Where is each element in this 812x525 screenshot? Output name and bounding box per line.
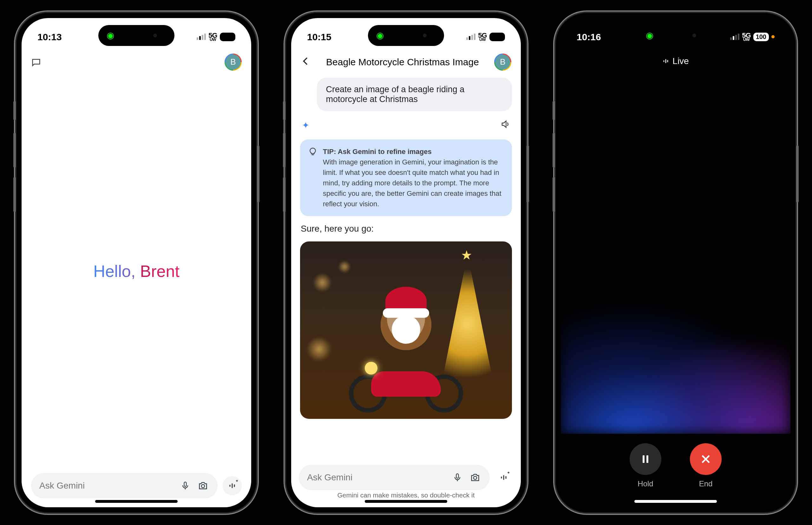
svg-point-6 bbox=[474, 476, 477, 479]
sparkle-icon: ✦ bbox=[507, 470, 510, 475]
network-label: 5GUW bbox=[478, 33, 487, 42]
dynamic-island: ◉ bbox=[368, 25, 444, 46]
ask-input-text[interactable] bbox=[39, 481, 174, 491]
mic-active-dot-icon bbox=[771, 35, 774, 38]
battery-pill: 100 bbox=[753, 33, 769, 41]
avatar-initial: B bbox=[495, 55, 510, 70]
battery-pill: 100 bbox=[490, 33, 505, 41]
tip-card: TIP: Ask Gemini to refine images With im… bbox=[300, 139, 512, 216]
svg-rect-3 bbox=[232, 483, 232, 488]
tip-body: With image generation in Gemini, your im… bbox=[323, 158, 502, 208]
svg-rect-9 bbox=[505, 476, 506, 479]
avatar-initial: B bbox=[226, 55, 241, 70]
live-mode-button[interactable]: ✦ bbox=[494, 468, 513, 487]
network-label: 5GUW bbox=[208, 33, 217, 42]
live-visualizer bbox=[561, 66, 791, 434]
signal-icon bbox=[466, 34, 476, 40]
dynamic-island: ◉ bbox=[638, 25, 714, 46]
phone-frame-2: ◉ 10:15 5GUW 100 Beagle Motorcycle Chris… bbox=[286, 12, 526, 513]
greeting-text: Hello, Brent bbox=[93, 262, 179, 281]
svg-rect-0 bbox=[184, 482, 187, 486]
messages-icon[interactable] bbox=[31, 57, 41, 67]
sparkle-icon: ✦ bbox=[235, 479, 238, 483]
signal-icon bbox=[730, 34, 739, 40]
network-label: 5GUW bbox=[742, 33, 751, 42]
screen-home: ◉ 10:13 5GUW 100 B Hello, Brent bbox=[21, 18, 251, 507]
svg-rect-2 bbox=[229, 484, 230, 487]
hold-label: Hold bbox=[638, 479, 653, 488]
avatar[interactable]: B bbox=[224, 54, 242, 71]
mic-icon[interactable] bbox=[179, 479, 192, 492]
screen-chat: ◉ 10:15 5GUW 100 Beagle Motorcycle Chris… bbox=[291, 18, 521, 507]
svg-rect-13 bbox=[643, 455, 644, 463]
camera-icon[interactable] bbox=[469, 471, 481, 484]
svg-point-1 bbox=[201, 484, 205, 487]
user-message: Create an image of a beagle riding a mot… bbox=[317, 78, 512, 111]
chat-title: Beagle Motorcycle Christmas Image bbox=[311, 57, 494, 68]
back-button[interactable] bbox=[301, 55, 311, 69]
generated-image[interactable]: ★ bbox=[300, 241, 512, 419]
camera-icon[interactable] bbox=[197, 479, 209, 492]
home-indicator[interactable] bbox=[634, 500, 717, 503]
dynamic-island: ◉ bbox=[98, 25, 174, 46]
activity-indicator-icon: ◉ bbox=[644, 30, 655, 41]
svg-rect-10 bbox=[664, 60, 665, 62]
svg-rect-14 bbox=[647, 455, 648, 463]
status-time: 10:13 bbox=[38, 32, 62, 43]
tip-heading: TIP: Ask Gemini to refine images bbox=[323, 148, 432, 155]
live-label: Live bbox=[672, 56, 688, 66]
read-aloud-button[interactable] bbox=[501, 119, 510, 131]
svg-rect-4 bbox=[234, 484, 235, 487]
status-time: 10:16 bbox=[577, 32, 601, 43]
lightbulb-icon bbox=[308, 146, 317, 209]
home-indicator[interactable] bbox=[95, 500, 178, 503]
svg-rect-8 bbox=[503, 475, 504, 480]
live-header: Live bbox=[561, 50, 791, 66]
ask-input[interactable] bbox=[299, 465, 490, 490]
svg-rect-11 bbox=[665, 59, 666, 63]
ask-input[interactable] bbox=[31, 473, 218, 498]
gemini-sparkle-icon: ✦ bbox=[302, 120, 309, 131]
svg-rect-7 bbox=[501, 476, 502, 478]
live-mode-button[interactable]: ✦ bbox=[223, 476, 242, 495]
mic-icon[interactable] bbox=[451, 471, 464, 484]
screen-live: ◉ 10:16 5GUW 100 Live Hold bbox=[561, 18, 791, 507]
disclaimer-text: Gemini can make mistakes, so double-chec… bbox=[291, 490, 521, 507]
signal-icon bbox=[197, 34, 206, 40]
phone-frame-1: ◉ 10:13 5GUW 100 B Hello, Brent bbox=[16, 12, 257, 513]
activity-indicator-icon: ◉ bbox=[374, 30, 386, 41]
hold-button[interactable] bbox=[629, 443, 661, 475]
waveform-icon bbox=[662, 58, 669, 65]
assistant-reply: Sure, here you go: bbox=[300, 222, 512, 236]
activity-indicator-icon: ◉ bbox=[105, 30, 116, 41]
end-label: End bbox=[699, 479, 713, 488]
svg-rect-5 bbox=[456, 474, 459, 478]
home-indicator[interactable] bbox=[365, 500, 447, 503]
end-button[interactable] bbox=[690, 443, 722, 475]
avatar[interactable]: B bbox=[494, 54, 511, 71]
svg-rect-12 bbox=[667, 60, 668, 62]
status-time: 10:15 bbox=[307, 32, 332, 43]
phone-frame-3: ◉ 10:16 5GUW 100 Live Hold bbox=[555, 12, 796, 513]
ask-input-text[interactable] bbox=[307, 472, 446, 482]
battery-pill: 100 bbox=[220, 33, 235, 41]
